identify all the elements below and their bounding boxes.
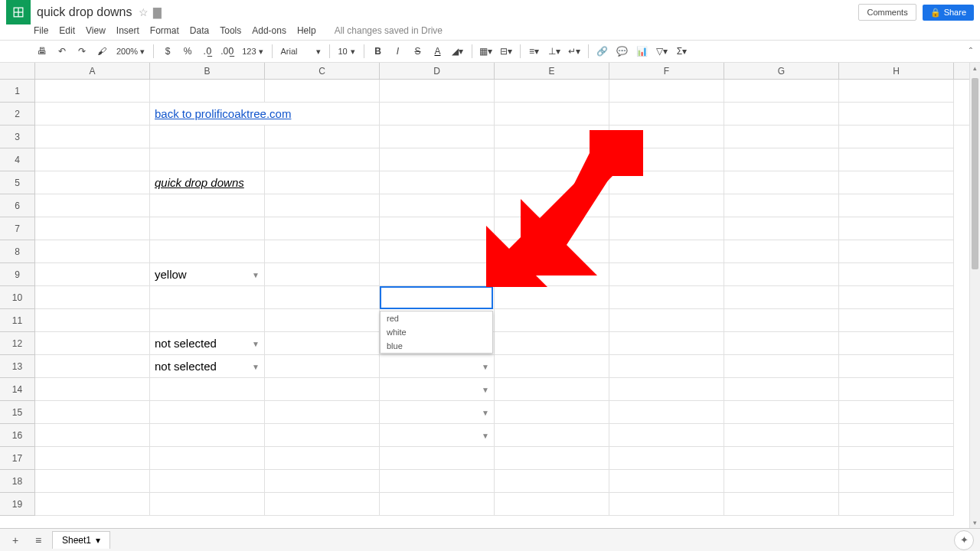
column-header-b[interactable]: B: [150, 63, 265, 79]
percent-icon[interactable]: %: [179, 43, 196, 60]
cell-e15[interactable]: [495, 401, 609, 424]
cell-c5[interactable]: [265, 171, 380, 194]
cell-b2[interactable]: back to prolificoaktree.com: [150, 103, 380, 126]
cell-e18[interactable]: [495, 470, 609, 493]
cell-c17[interactable]: [265, 447, 380, 470]
menu-addons[interactable]: Add-ons: [252, 25, 286, 36]
cell-a5[interactable]: [35, 171, 150, 194]
increase-decimal-icon[interactable]: .00̲: [219, 43, 236, 60]
dropdown-arrow-icon[interactable]: ▼: [482, 385, 489, 393]
collapse-toolbar-icon[interactable]: ˆ: [969, 46, 972, 57]
cell-d15[interactable]: ▼: [380, 401, 495, 424]
chart-icon[interactable]: 📊: [634, 43, 651, 60]
cell-f11[interactable]: [609, 309, 724, 332]
redo-icon[interactable]: ↷: [74, 43, 90, 60]
cell-g8[interactable]: [724, 240, 839, 263]
row-header-14[interactable]: 14: [0, 378, 34, 401]
vertical-scrollbar[interactable]: ▴ ▾: [969, 63, 980, 528]
bold-icon[interactable]: B: [370, 43, 387, 60]
decrease-decimal-icon[interactable]: .0̲: [199, 43, 216, 60]
functions-icon[interactable]: Σ▾: [674, 43, 691, 60]
cell-a12[interactable]: [35, 332, 150, 355]
share-button[interactable]: 🔒 Share: [923, 5, 974, 21]
cell-d18[interactable]: [380, 470, 495, 493]
merge-icon[interactable]: ⊟▾: [498, 43, 514, 60]
dropdown-option-red[interactable]: red: [381, 311, 492, 325]
cell-g6[interactable]: [724, 194, 839, 217]
cell-g5[interactable]: [724, 171, 839, 194]
cell-c15[interactable]: [265, 401, 380, 424]
cell-b1[interactable]: [150, 80, 265, 103]
filter-icon[interactable]: ▽▾: [654, 43, 671, 60]
font-size-select[interactable]: 10▾: [335, 47, 358, 57]
cell-g4[interactable]: [724, 148, 839, 171]
cell-f14[interactable]: [609, 378, 724, 401]
cell-f16[interactable]: [609, 424, 724, 447]
column-header-f[interactable]: F: [609, 63, 724, 79]
select-all-corner[interactable]: [0, 63, 35, 80]
cell-h4[interactable]: [839, 148, 954, 171]
currency-icon[interactable]: $: [159, 43, 176, 60]
cell-c1[interactable]: [265, 80, 380, 103]
cell-e17[interactable]: [495, 447, 609, 470]
dropdown-arrow-icon[interactable]: ▼: [482, 431, 489, 439]
cell-f2[interactable]: [724, 103, 839, 126]
cell-f18[interactable]: [609, 470, 724, 493]
zoom-select[interactable]: 200%▾: [113, 47, 148, 57]
cell-h13[interactable]: [839, 355, 954, 378]
cell-h8[interactable]: [839, 240, 954, 263]
valign-icon[interactable]: ⊥▾: [546, 43, 563, 60]
cell-c9[interactable]: [265, 263, 380, 286]
cell-a2[interactable]: [35, 103, 150, 126]
cell-a3[interactable]: [35, 126, 150, 148]
cell-a9[interactable]: [35, 263, 150, 286]
cell-a8[interactable]: [35, 240, 150, 263]
menu-tools[interactable]: Tools: [220, 25, 241, 36]
cell-b15[interactable]: [150, 401, 265, 424]
cell-a13[interactable]: [35, 355, 150, 378]
cell-e19[interactable]: [495, 493, 609, 516]
cell-c12[interactable]: [265, 332, 380, 355]
column-header-d[interactable]: D: [380, 63, 495, 79]
cell-a16[interactable]: [35, 424, 150, 447]
cell-g16[interactable]: [724, 424, 839, 447]
cell-f13[interactable]: [609, 355, 724, 378]
cell-c11[interactable]: [265, 309, 380, 332]
cell-h12[interactable]: [839, 332, 954, 355]
dropdown-arrow-icon[interactable]: ▼: [252, 362, 260, 370]
cell-c10[interactable]: [265, 286, 380, 309]
add-sheet-button[interactable]: +: [6, 531, 24, 549]
row-header-13[interactable]: 13: [0, 355, 34, 378]
cell-g15[interactable]: [724, 401, 839, 424]
cell-h6[interactable]: [839, 194, 954, 217]
cell-a7[interactable]: [35, 217, 150, 240]
cell-c8[interactable]: [265, 240, 380, 263]
folder-icon[interactable]: ▇: [153, 6, 162, 18]
cell-e12[interactable]: [495, 332, 609, 355]
borders-icon[interactable]: ▦▾: [478, 43, 495, 60]
row-header-17[interactable]: 17: [0, 447, 34, 470]
cell-g9[interactable]: [724, 263, 839, 286]
text-color-icon[interactable]: A: [430, 43, 446, 60]
row-header-6[interactable]: 6: [0, 194, 34, 217]
cell-a19[interactable]: [35, 493, 150, 516]
paint-format-icon[interactable]: 🖌: [93, 43, 110, 60]
link-icon[interactable]: 🔗: [594, 43, 611, 60]
cell-h18[interactable]: [839, 470, 954, 493]
star-icon[interactable]: ☆: [139, 6, 149, 18]
cell-a4[interactable]: [35, 148, 150, 171]
cell-g18[interactable]: [724, 470, 839, 493]
cell-e16[interactable]: [495, 424, 609, 447]
cell-h17[interactable]: [839, 447, 954, 470]
cell-h5[interactable]: [839, 171, 954, 194]
strikethrough-icon[interactable]: S: [410, 43, 426, 60]
sheets-app-icon[interactable]: [6, 0, 31, 24]
cell-b8[interactable]: [150, 240, 265, 263]
cell-b5[interactable]: quick drop downs: [150, 171, 265, 194]
print-icon[interactable]: 🖶: [34, 43, 51, 60]
row-header-3[interactable]: 3: [0, 126, 34, 148]
fill-color-icon[interactable]: ◢▾: [449, 43, 466, 60]
column-header-g[interactable]: G: [724, 63, 839, 79]
document-title[interactable]: quick drop downs: [37, 5, 132, 19]
cell-h7[interactable]: [839, 217, 954, 240]
